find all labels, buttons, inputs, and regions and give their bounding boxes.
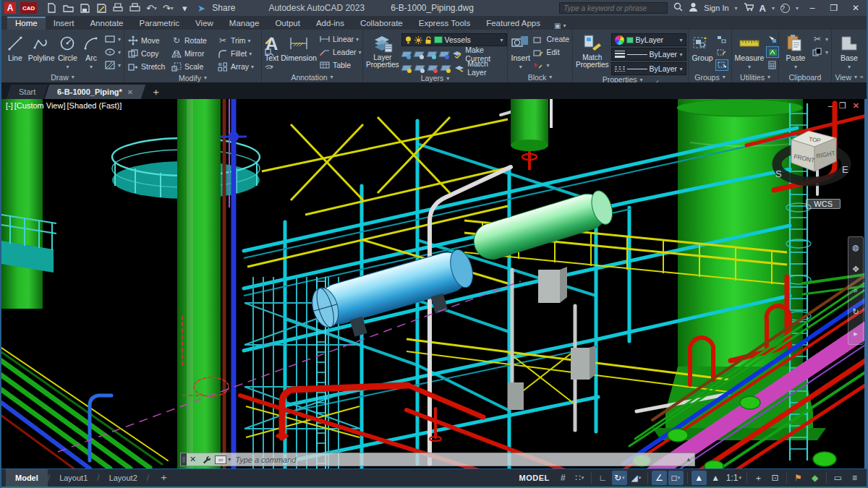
minimize-window-button[interactable]: – [804, 3, 820, 13]
autodesk-dropdown[interactable]: ▾ [772, 5, 775, 12]
undo-dropdown[interactable]: ▾ [154, 5, 157, 12]
doc-restore-button[interactable]: ❒ [839, 101, 846, 111]
viewport-visual-style-control[interactable]: [Shaded (Fast)] [67, 101, 123, 110]
group-edit-button[interactable] [715, 46, 728, 58]
ungroup-button[interactable] [715, 33, 728, 45]
command-customize-icon[interactable] [199, 455, 213, 465]
layer-select-combo[interactable]: Vessels ▾ [401, 33, 507, 46]
close-file-tab-icon[interactable]: ✕ [127, 88, 133, 96]
copy-button[interactable]: Copy [127, 47, 169, 60]
block-attributes-button[interactable]: ▾ [532, 59, 569, 71]
new-layout-button[interactable]: ＋ [149, 469, 178, 487]
match-properties-button[interactable]: Match Properties [576, 32, 609, 69]
move-button[interactable]: Move [127, 34, 169, 47]
table-button[interactable]: Table [319, 59, 362, 71]
linetype-combo[interactable]: ByLayer▾ [611, 62, 686, 75]
layers-panel-label[interactable]: Layers▾ [363, 74, 507, 82]
fillet-button[interactable]: Fillet▾ [217, 47, 262, 60]
linear-dimension-button[interactable]: Linear▾ [319, 33, 362, 45]
doc-minimize-button[interactable]: – [828, 101, 833, 111]
annotation-visibility-toggle[interactable]: ▲ [692, 471, 707, 485]
ellipse-button[interactable]: ▾ [104, 46, 121, 58]
layer-combo-dropdown[interactable]: ▾ [501, 37, 503, 43]
layer-thaw-tool-icon[interactable] [427, 63, 438, 73]
close-window-button[interactable]: ✕ [848, 3, 864, 13]
sign-in-button[interactable]: Sign In [704, 4, 728, 12]
tab-express-tools[interactable]: Express Tools [411, 17, 478, 30]
layer-thaw-icon[interactable] [414, 34, 422, 46]
layout-tab-model[interactable]: Model [6, 469, 48, 487]
insert-block-button[interactable]: Insert▾ [511, 32, 530, 71]
redo-dropdown[interactable]: ▾ [171, 5, 174, 12]
selection-cycling-toggle[interactable]: ＋ [751, 471, 766, 485]
quick-calculator-button[interactable] [766, 46, 779, 58]
autocad-app-icon[interactable]: A [4, 2, 16, 14]
new-drawing-tab-button[interactable]: ＋ [151, 86, 161, 99]
showmotion-icon[interactable]: ▸ [854, 329, 858, 338]
ribbon-display-toggle[interactable]: ▣▾ [554, 22, 566, 30]
calculator-button[interactable] [766, 59, 779, 71]
cut-button[interactable]: ✂▾ [812, 33, 828, 45]
undo-button[interactable]: ↶▾ [145, 2, 157, 14]
draw-panel-label[interactable]: Draw▾ [1, 72, 124, 82]
help-search-input[interactable] [559, 2, 668, 14]
text-button[interactable]: A Text▾ [265, 32, 278, 71]
clipboard-panel-label[interactable]: Clipboard [779, 72, 831, 82]
leader-button[interactable]: Leader▾ [319, 46, 362, 58]
stretch-button[interactable]: Stretch [127, 60, 169, 73]
tab-output[interactable]: Output [267, 17, 308, 30]
polyline-button[interactable]: Polyline [28, 32, 55, 62]
layer-color-swatch[interactable] [434, 36, 443, 43]
object-color-combo[interactable]: ByLayer▾ [611, 33, 686, 46]
viewport-menu-control[interactable]: [-] [5, 101, 14, 110]
new-file-button[interactable] [46, 2, 57, 14]
hatch-button[interactable]: ▾ [104, 59, 121, 71]
group-button[interactable]: Group [692, 32, 713, 62]
redo-button[interactable]: ↷▾ [162, 2, 174, 14]
maximize-window-button[interactable]: ❒ [826, 3, 842, 13]
share-button[interactable]: Share [212, 3, 235, 13]
navigation-bar[interactable]: ◍ ✥ ⌕ ↻ ▸ [848, 236, 864, 345]
app-store-cart-icon[interactable] [744, 2, 754, 14]
paste-button[interactable]: Paste▾ [782, 32, 809, 71]
tall-green-column[interactable] [177, 99, 221, 468]
trim-button[interactable]: ✂Trim▾ [217, 34, 262, 47]
wcs-control[interactable]: WCS [806, 199, 841, 209]
snap-mode-toggle[interactable]: ∷▾ [572, 471, 587, 485]
command-close-icon[interactable]: ✕ [187, 455, 199, 464]
measure-button[interactable]: Measure▾ [735, 32, 764, 71]
share-icon[interactable]: ➤ [195, 2, 207, 14]
groups-panel-label[interactable]: Groups▾ [689, 72, 731, 82]
autoscale-toggle[interactable]: ▲ [708, 471, 723, 485]
arc-button[interactable]: Arc▾ [80, 32, 102, 71]
lineweight-combo[interactable]: ByLayer▾ [611, 48, 686, 61]
tab-add-ins[interactable]: Add-ins [308, 17, 352, 30]
polar-tracking-toggle[interactable]: ↻▾ [612, 471, 627, 485]
save-as-button[interactable] [95, 2, 107, 14]
graphics-performance-badge[interactable]: ◆ [807, 471, 822, 485]
group-selection-toggle[interactable] [715, 59, 728, 71]
copy-clip-button[interactable]: ▾ [812, 46, 828, 58]
doc-close-button[interactable]: ✕ [853, 101, 859, 111]
layout-tab-layout1[interactable]: Layout1 [50, 469, 97, 487]
tab-manage[interactable]: Manage [221, 17, 268, 30]
tab-featured-apps[interactable]: Featured Apps [478, 17, 548, 30]
mirror-button[interactable]: Mirror [171, 47, 216, 60]
viewport-view-control[interactable]: [Custom View] [14, 101, 67, 110]
viewport-scrollbar[interactable] [864, 99, 868, 468]
command-line[interactable]: ⣿ ✕ ▭▾ Type a command ▲ [180, 453, 695, 466]
open-file-button[interactable] [62, 2, 74, 14]
layout-tab-layout2[interactable]: Layout2 [100, 469, 147, 487]
scale-button[interactable]: Scale [171, 60, 216, 73]
layer-unisolate-tool-icon[interactable] [414, 63, 425, 73]
full-navigation-wheel-icon[interactable]: ◍ [852, 243, 859, 252]
create-block-button[interactable]: Create [532, 33, 569, 45]
layer-freeze-tool-icon[interactable] [427, 49, 437, 59]
view-panel-label[interactable]: View▾» [832, 72, 867, 82]
viewcube[interactable]: S E TOP FRONT RIGHT [771, 111, 852, 196]
qat-customize-dropdown[interactable]: ▾ [179, 2, 190, 14]
clean-screen-button[interactable]: ▭ [830, 471, 846, 485]
rotate-button[interactable]: ↻Rotate [171, 34, 216, 47]
pan-icon[interactable]: ✥ [852, 265, 859, 274]
save-button[interactable] [79, 2, 90, 14]
